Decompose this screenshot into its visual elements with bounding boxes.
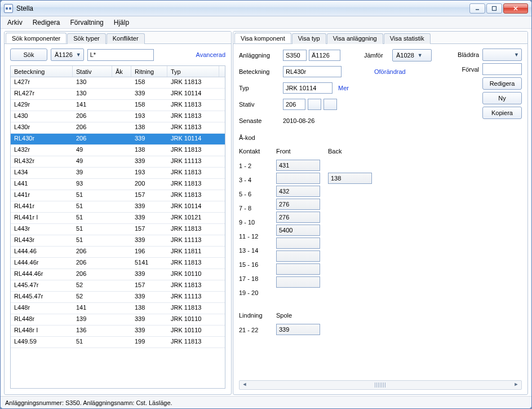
table-row[interactable]: L429r141158JRK 11813	[11, 100, 225, 111]
table-row[interactable]: RL441r51339JRK 10114	[11, 201, 225, 213]
lindning-cell[interactable]: 339	[276, 324, 320, 335]
cell: 93	[73, 179, 112, 190]
table-row[interactable]: L43439193JRK 11813	[11, 168, 225, 179]
jamfor-select[interactable]: Ä1028 ▼	[392, 49, 432, 61]
kontakt-back-cell[interactable]: 138	[328, 173, 372, 184]
col-beteckning[interactable]: Beteckning	[11, 66, 73, 77]
cell	[112, 213, 131, 223]
close-button[interactable]	[503, 3, 528, 14]
kontakt-front-cell[interactable]: 5400	[276, 225, 320, 236]
mer-link[interactable]: Mer	[338, 85, 349, 91]
table-row[interactable]: L444.46r2065141JRK 11813	[11, 258, 225, 269]
menu-arkiv[interactable]: Arkiv	[3, 17, 27, 28]
table-row[interactable]: L432r49138JRK 11813	[11, 145, 225, 156]
minimize-button[interactable]	[469, 3, 485, 14]
table-row[interactable]: L445.47r52157JRK 11813	[11, 280, 225, 292]
table-row[interactable]: RL432r49339JRK 11113	[11, 156, 225, 168]
cell: RL443r	[11, 235, 73, 246]
table-body[interactable]: L427r130158JRK 11813RL427r130339JRK 1011…	[11, 77, 225, 388]
table-row[interactable]: L44193200JRK 11813	[11, 179, 225, 190]
tab-visa-komponent[interactable]: Visa komponent	[234, 33, 291, 43]
tab-visa-statistik[interactable]: Visa statistik	[384, 33, 431, 44]
stativ-aux1[interactable]	[308, 99, 321, 110]
table-row[interactable]: RL443r51339JRK 11113	[11, 235, 225, 247]
horizontal-scrollbar[interactable]: ◄ ►	[239, 380, 522, 390]
kontakt-front-cell[interactable]	[276, 173, 320, 184]
table-row[interactable]: RL445.47r52339JRK 11113	[11, 292, 225, 303]
table-row[interactable]: RL430r206339JRK 10114	[11, 134, 225, 145]
cell	[112, 134, 131, 144]
table-row[interactable]: L430r206138JRK 11813	[11, 122, 225, 134]
tab-visa-anläggning[interactable]: Visa anläggning	[327, 33, 383, 44]
kontakt-front-cell[interactable]: 276	[276, 199, 320, 210]
kontakt-label: 11 - 12	[239, 230, 268, 243]
table-row[interactable]: L444.46206196JRK 11811	[11, 247, 225, 258]
tab-sök-typer[interactable]: Sök typer	[67, 33, 105, 44]
ny-button[interactable]: Ny	[482, 92, 522, 104]
cell: JRK 11813	[167, 280, 219, 291]
scroll-thumb[interactable]	[375, 382, 386, 388]
menu-förvaltning[interactable]: Förvaltning	[65, 17, 108, 28]
cell: L430r	[11, 122, 73, 133]
cell	[112, 292, 131, 302]
forval-input[interactable]	[482, 63, 522, 75]
table-row[interactable]: RL427r130339JRK 10114	[11, 89, 225, 100]
table-row[interactable]: L430206193JRK 11813	[11, 111, 225, 122]
search-button[interactable]: Sök	[10, 49, 47, 61]
cell: 49	[73, 145, 112, 156]
scope-select[interactable]: Ä1126 ▼	[51, 49, 84, 61]
table-row[interactable]: L427r130158JRK 11813	[11, 77, 225, 89]
col-ritning[interactable]: Ritning	[131, 66, 167, 77]
kontakt-front-cell[interactable]	[276, 250, 320, 262]
cell: 141	[73, 100, 112, 111]
label-lindning: Lindning	[239, 312, 268, 322]
field-anl-name[interactable]: Ä1126	[309, 50, 340, 61]
table-row[interactable]: RL448r I136339JRK 10110	[11, 326, 225, 337]
maximize-button[interactable]	[486, 3, 502, 14]
field-typ[interactable]: JRK 10114	[283, 82, 333, 94]
kontakt-front-cell[interactable]	[276, 238, 320, 249]
cell: L434	[11, 168, 73, 178]
scroll-right-icon[interactable]: ►	[512, 381, 521, 387]
field-anl-code[interactable]: S350	[283, 50, 307, 61]
kontakt-front-cell[interactable]: 276	[276, 212, 320, 223]
kontakt-front-cell[interactable]	[276, 263, 320, 275]
col-stativ[interactable]: Stativ	[73, 66, 112, 77]
cell: JRK 11813	[167, 111, 219, 122]
col-typ[interactable]: Typ	[167, 66, 219, 77]
kontakt-back-empty	[328, 160, 372, 171]
table-row[interactable]: L443r51157JRK 11813	[11, 224, 225, 235]
table-row[interactable]: L441r51157JRK 11813	[11, 190, 225, 201]
tab-konflikter[interactable]: Konflikter	[107, 33, 145, 44]
cell: JRK 11813	[167, 168, 219, 178]
table-row[interactable]: L449.5951199JRK 11813	[11, 337, 225, 348]
cell: RL448r	[11, 314, 73, 325]
kontakt-front-cell[interactable]	[276, 276, 320, 288]
cell: 141	[73, 303, 112, 314]
oforandrad-link[interactable]: Oförändrad	[374, 68, 406, 75]
col-åk[interactable]: Åk	[112, 66, 131, 77]
stativ-aux2[interactable]	[323, 99, 337, 110]
tab-sök-komponenter[interactable]: Sök komponenter	[6, 33, 66, 43]
cell: RL441r	[11, 201, 73, 212]
scroll-left-icon[interactable]: ◄	[240, 381, 249, 387]
field-stativ[interactable]: 206	[283, 99, 305, 110]
kontakt-front-cell[interactable]: 432	[276, 186, 320, 197]
jamfor-value: Ä1028	[396, 52, 414, 59]
kopiera-button[interactable]: Kopiera	[482, 107, 522, 119]
menu-redigera[interactable]: Redigera	[28, 17, 65, 28]
redigera-button[interactable]: Redigera	[482, 77, 522, 90]
field-beteckning[interactable]: RL430r	[283, 66, 342, 77]
cell: L444.46r	[11, 258, 73, 269]
kontakt-front-cell[interactable]: 431	[276, 160, 320, 171]
advanced-link[interactable]: Avancerad	[196, 51, 225, 58]
table-row[interactable]: L448r141138JRK 11813	[11, 303, 225, 314]
search-input[interactable]: L*	[87, 49, 154, 61]
bladdra-select[interactable]: ▼	[482, 49, 522, 61]
table-row[interactable]: RL448r139339JRK 10110	[11, 314, 225, 326]
status-text: Anläggningsnummer: S350. Anläggningsnamn…	[5, 399, 172, 406]
tab-visa-typ[interactable]: Visa typ	[292, 33, 326, 44]
table-row[interactable]: RL444.46r206339JRK 10110	[11, 269, 225, 280]
table-row[interactable]: RL441r I51339JRK 10121	[11, 213, 225, 224]
menu-hjälp[interactable]: Hjälp	[109, 17, 134, 28]
